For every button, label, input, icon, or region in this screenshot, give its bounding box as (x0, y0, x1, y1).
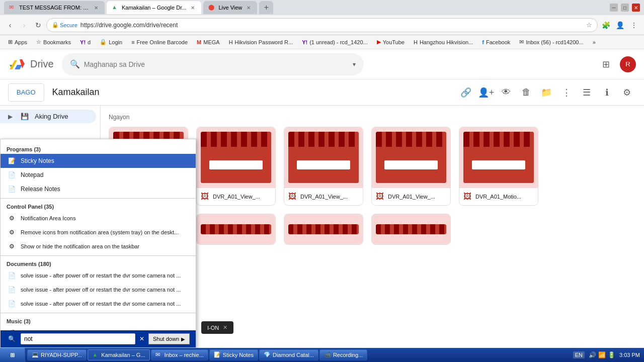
menu-btn[interactable]: ⋮ (628, 19, 640, 31)
taskbar-ie[interactable]: 💻 RIYADH-SUPP... (27, 349, 87, 360)
section-title: Kamakailan (52, 87, 449, 98)
minimize-btn[interactable]: ─ (610, 4, 618, 12)
login-favicon: 🔒 (100, 39, 107, 45)
info-icon[interactable]: ℹ (598, 83, 616, 102)
taskbar-gdrive[interactable]: ▲ Kamakailan – G... (88, 349, 149, 360)
list-view-icon[interactable]: ☰ (578, 83, 596, 102)
tab1-close[interactable]: ✕ (93, 4, 100, 11)
taskbar-diamond[interactable]: 💎 Diamond Catal... (259, 349, 318, 360)
bookmark-bookmarks[interactable]: ☆ Bookmarks (32, 37, 75, 47)
taskbar-stickynotes[interactable]: 📝 Sticky Notes (209, 349, 258, 360)
user-avatar[interactable]: R (620, 56, 636, 72)
search-input[interactable] (84, 60, 349, 68)
tab-1[interactable]: ✉ TEST MESSAGE FROM: E... ✕ (4, 1, 105, 14)
clear-search-btn[interactable]: ✕ (139, 335, 144, 342)
file-card-partial-3[interactable] (284, 214, 363, 245)
tray-icon-3[interactable]: 🔋 (608, 351, 615, 358)
new-tab-btn[interactable]: + (259, 1, 273, 14)
start-music-1[interactable]: 🎵 (This Firmware will Delete HIDDNS, ple… (1, 326, 196, 330)
address-text[interactable]: https://drive.google.com/drive/recent (80, 22, 583, 29)
file-card-5[interactable]: 🖼 DVR_A01_Motio... (459, 127, 538, 206)
file-name-5: DVR_A01_Motio... (475, 194, 534, 200)
tab3-label: Live View (218, 5, 242, 11)
bookmark-facebook[interactable]: f Facebook (478, 38, 514, 47)
bookmark-hikvision[interactable]: H Hikvision Password R... (225, 38, 297, 47)
extensions-btn[interactable]: 🧩 (600, 19, 612, 31)
link-icon[interactable]: 🔗 (457, 83, 475, 102)
browser-titlebar: ✉ TEST MESSAGE FROM: E... ✕ ▲ Kamakailan… (0, 0, 644, 15)
file-card-2[interactable]: 🖼 DVR_A01_View_... (196, 127, 276, 206)
start-doc-3[interactable]: 📄 solve issue - after power off or resta… (1, 297, 196, 311)
bookmark-star-icon[interactable]: ☆ (586, 21, 592, 29)
doc3-icon: 📄 (7, 299, 17, 309)
bookmark-mega[interactable]: M MEGA (193, 38, 224, 47)
file-card-partial-2[interactable] (196, 214, 276, 245)
taskbar-inbox[interactable]: ✉ Inbox – rechie... (151, 349, 208, 360)
taskbar-recording[interactable]: 📹 Recording... (319, 349, 367, 360)
start-notification-icons[interactable]: ⚙ Notification Area Icons (1, 211, 196, 225)
start-button[interactable]: ⊞ (0, 348, 25, 362)
bookmark-barcode[interactable]: ≡ Free Online Barcode (127, 38, 192, 47)
start-release-notes[interactable]: 📄 Release Notes (1, 182, 196, 196)
divider-3 (1, 313, 196, 313)
notepad-icon: 📄 (7, 170, 17, 180)
sidebar-item-my-drive[interactable]: ▶ 💾 Aking Drive (0, 110, 96, 123)
search-dropdown-icon[interactable]: ▾ (353, 61, 356, 68)
shutdown-btn[interactable]: Shut down ▶ (148, 333, 190, 344)
programs-section-header: Programs (3) (1, 143, 196, 154)
file-thumbnail-3 (284, 127, 363, 188)
music1-icon: 🎵 (7, 328, 17, 330)
toast-notification: I-ON ✕ (201, 321, 233, 334)
tab-2[interactable]: ▲ Kamakailan – Google Dr... ✕ (107, 1, 201, 14)
sticky-notes-icon: 📝 (7, 156, 17, 166)
folder-icon[interactable]: 📁 (537, 83, 555, 102)
profile-btn[interactable]: 👤 (614, 19, 626, 31)
tray-icon-2[interactable]: 📶 (598, 351, 606, 358)
start-search-input[interactable] (21, 333, 135, 344)
bookmark-yahoo-mail[interactable]: Y! (1 unread) - rcd_1420... (298, 38, 372, 47)
start-show-hide-icons[interactable]: ⚙ Show or hide the notification area on … (1, 239, 196, 253)
back-btn[interactable]: ‹ (4, 19, 16, 31)
barcode-favicon: ≡ (131, 39, 134, 45)
start-doc-2[interactable]: 📄 solve issue - after power off or resta… (1, 283, 196, 297)
add-person-icon[interactable]: 👤+ (477, 83, 495, 102)
drive-header: Drive 🔍 ▾ ⊞ R (0, 49, 644, 79)
more-icon[interactable]: ⋮ (557, 83, 576, 102)
drive-search-bar[interactable]: 🔍 ▾ (62, 53, 364, 75)
bookmark-gmail[interactable]: ✉ Inbox (56) - rcd14200... (515, 37, 587, 47)
tab3-close[interactable]: ✕ (245, 4, 252, 11)
start-sticky-notes[interactable]: 📝 Sticky Notes (1, 154, 196, 168)
address-bar[interactable]: 🔒 Secure https://drive.google.com/drive/… (46, 18, 598, 32)
partial-thumb-3 (284, 214, 363, 244)
bookmark-yahoo[interactable]: Y! d (76, 38, 95, 47)
tray-icon-1[interactable]: 🔊 (589, 351, 596, 358)
grid-apps-btn[interactable]: ⊞ (596, 54, 616, 74)
nav-right-buttons: 🧩 👤 ⋮ (600, 19, 640, 31)
address-icons: ☆ (586, 21, 592, 29)
file-card-3[interactable]: 🖼 DVR_A01_View_... (284, 127, 363, 206)
delete-icon[interactable]: 🗑 (517, 83, 535, 102)
secure-badge: 🔒 Secure (52, 22, 77, 28)
bookmark-youtube[interactable]: ▶ YouTube (373, 37, 409, 47)
bookmark-apps[interactable]: ⊞ Apps (4, 37, 31, 47)
toast-close-btn[interactable]: ✕ (223, 324, 227, 331)
bookmark-hangzhou[interactable]: H Hangzhou Hikvision... (410, 38, 477, 47)
settings-icon[interactable]: ⚙ (618, 83, 636, 102)
start-notepad[interactable]: 📄 Notepad (1, 168, 196, 182)
bookmark-more[interactable]: » (589, 38, 600, 47)
close-btn[interactable]: ✕ (632, 4, 640, 12)
start-doc-1[interactable]: 📄 solve issue - after power off or resta… (1, 268, 196, 283)
bookmark-login[interactable]: 🔒 Login (96, 37, 126, 47)
tab2-close[interactable]: ✕ (189, 4, 196, 11)
file-card-partial-4[interactable] (371, 214, 451, 245)
search-footer-icon: 🔍 (7, 334, 17, 344)
forward-btn[interactable]: › (18, 19, 30, 31)
maximize-btn[interactable]: □ (621, 4, 629, 12)
start-remove-icons[interactable]: ⚙ Remove icons from notification area (s… (1, 225, 196, 239)
file-card-4[interactable]: 🖼 DVR_A01_View_... (371, 127, 451, 206)
new-button[interactable]: BAGO (8, 83, 44, 102)
language-indicator[interactable]: EN (573, 351, 585, 358)
refresh-btn[interactable]: ↻ (32, 19, 44, 31)
tab-3[interactable]: ⬤ Live View ✕ (203, 1, 257, 14)
preview-icon[interactable]: 👁 (497, 83, 515, 102)
